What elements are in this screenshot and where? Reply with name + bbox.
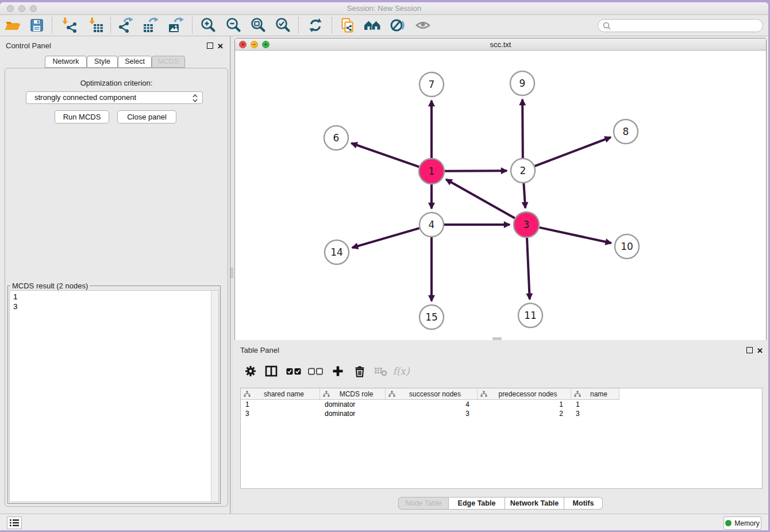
- list-icon: [9, 518, 20, 527]
- status-bar: Memory: [0, 514, 768, 530]
- float-panel-icon[interactable]: [207, 43, 213, 49]
- table-cell: 4: [386, 400, 478, 409]
- copy-network-button[interactable]: [337, 16, 359, 34]
- tab-style[interactable]: Style: [87, 56, 118, 68]
- graph-node-label-4: 4: [429, 219, 435, 230]
- table-row[interactable]: 3dominator323: [241, 409, 762, 418]
- tab-node-table[interactable]: Node Table: [398, 497, 449, 510]
- table-panel: Table Panel ✕: [233, 340, 768, 514]
- graph-edge-4-14[interactable]: [352, 228, 419, 248]
- graph-node-label-15: 15: [425, 311, 438, 323]
- mcds-result-group: MCDS result (2 nodes) 1 3: [7, 282, 221, 504]
- graph-edge-2-9[interactable]: [522, 99, 523, 158]
- hierarchy-icon: [388, 391, 395, 398]
- function-builder-button[interactable]: f(x): [391, 361, 411, 381]
- graph-node-label-10: 10: [621, 241, 633, 252]
- add-column-button[interactable]: [328, 361, 348, 381]
- checked-boxes-icon: [286, 367, 301, 376]
- refresh-button[interactable]: [305, 16, 326, 34]
- dropdown-stepper-icon: [192, 93, 198, 103]
- network-graph[interactable]: 7968124314101511: [235, 51, 766, 340]
- column-header-predecessor-nodes[interactable]: predecessor nodes: [478, 388, 571, 400]
- tab-network[interactable]: Network: [45, 56, 87, 68]
- network-canvas[interactable]: 7968124314101511: [235, 51, 766, 340]
- save-session-button[interactable]: [26, 16, 48, 34]
- export-table-icon: [142, 17, 159, 34]
- node-table: shared nameMCDS rolesuccessor nodesprede…: [240, 388, 763, 489]
- houses-icon: [363, 17, 382, 34]
- hide-eye-button[interactable]: [387, 16, 409, 34]
- hide-columns-button[interactable]: [305, 361, 326, 381]
- zoom-fit-button[interactable]: [247, 16, 269, 34]
- control-panel-title: Control Panel: [6, 41, 51, 50]
- graph-edge-2-8[interactable]: [535, 137, 611, 166]
- open-session-button[interactable]: [2, 16, 24, 34]
- tab-mcds[interactable]: MCDS: [152, 56, 185, 68]
- table-cell: 1: [241, 400, 320, 409]
- graph-node-label-6: 6: [333, 132, 340, 144]
- toolbar-separator: [110, 17, 111, 33]
- import-table-button[interactable]: [84, 16, 106, 34]
- column-header-shared-name[interactable]: shared name: [241, 388, 320, 400]
- toolbar-separator: [192, 17, 192, 33]
- search-input[interactable]: [598, 19, 763, 32]
- zoom-selected-button[interactable]: [272, 16, 294, 34]
- export-image-icon: [167, 17, 184, 34]
- show-columns-button[interactable]: [283, 361, 304, 381]
- graph-edge-3-11[interactable]: [527, 238, 530, 299]
- tab-network-table[interactable]: Network Table: [505, 497, 564, 510]
- zoom-out-button[interactable]: [222, 16, 244, 34]
- refresh-icon: [307, 17, 324, 34]
- graph-edge-2-3[interactable]: [523, 183, 525, 208]
- split-panel-button[interactable]: [261, 361, 282, 381]
- run-mcds-button[interactable]: Run MCDS: [55, 110, 109, 124]
- optimization-criterion-label: Optimization criterion:: [5, 79, 228, 87]
- table-settings-button[interactable]: [240, 361, 261, 381]
- memory-button[interactable]: Memory: [723, 516, 761, 530]
- column-header-successor-nodes[interactable]: successor nodes: [386, 388, 478, 400]
- optimization-criterion-dropdown[interactable]: strongly connected component: [26, 91, 203, 104]
- graph-edge-1-2[interactable]: [445, 171, 507, 171]
- close-table-panel-icon[interactable]: ✕: [757, 348, 763, 354]
- save-disk-icon: [28, 17, 45, 34]
- result-scrollbar[interactable]: [211, 291, 218, 502]
- export-table-button[interactable]: [140, 16, 161, 34]
- delete-table-button[interactable]: [371, 361, 391, 381]
- delete-column-button[interactable]: [349, 361, 370, 381]
- table-cell: 1: [571, 400, 619, 409]
- import-network-button[interactable]: [57, 16, 79, 34]
- import-network-icon: [60, 17, 77, 34]
- table-row[interactable]: 1dominator411: [241, 400, 762, 409]
- console-list-button[interactable]: [7, 516, 22, 529]
- mcds-result-area[interactable]: 1 3: [9, 290, 219, 502]
- titlebar: Session: New Session: [0, 2, 768, 15]
- eye-button[interactable]: [413, 16, 434, 34]
- graph-node-label-3: 3: [523, 219, 530, 230]
- houses-button[interactable]: [361, 16, 383, 34]
- export-image-button[interactable]: [165, 16, 187, 34]
- toolbar-separator: [332, 17, 332, 33]
- graph-edge-1-6[interactable]: [351, 143, 419, 167]
- graph-node-label-8: 8: [623, 126, 629, 137]
- tab-edge-table[interactable]: Edge Table: [449, 497, 505, 510]
- splitter-grip[interactable]: [230, 268, 233, 278]
- column-header-name[interactable]: name: [571, 388, 619, 400]
- float-table-panel-icon[interactable]: [746, 347, 753, 353]
- export-network-button[interactable]: [114, 16, 136, 34]
- export-network-icon: [117, 17, 134, 34]
- graph-edge-3-1[interactable]: [446, 179, 515, 218]
- close-panel-icon[interactable]: ✕: [217, 43, 224, 49]
- hierarchy-icon: [480, 391, 487, 398]
- copy-network-icon: [339, 17, 356, 34]
- zoom-in-button[interactable]: [197, 16, 219, 34]
- graph-node-label-14: 14: [330, 246, 343, 258]
- close-panel-button[interactable]: Close panel: [117, 110, 176, 124]
- graph-node-label-1: 1: [429, 165, 435, 177]
- graph-edge-3-10[interactable]: [539, 228, 611, 243]
- toolbar-separator: [52, 17, 52, 33]
- tab-motifs[interactable]: Motifs: [564, 497, 603, 510]
- tab-select[interactable]: Select: [118, 56, 152, 68]
- column-header-MCDS-role[interactable]: MCDS role: [320, 388, 386, 400]
- table-body: 1dominator4113dominator323: [241, 400, 762, 418]
- eye-icon: [415, 17, 432, 34]
